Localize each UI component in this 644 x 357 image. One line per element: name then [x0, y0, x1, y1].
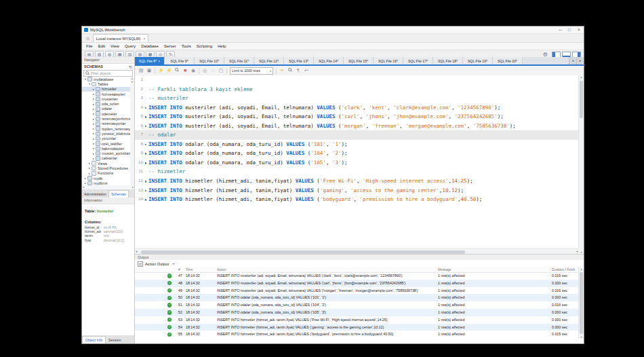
- sql-file-tab[interactable]: SQL File 18*: [433, 57, 463, 64]
- sql-file-tab[interactable]: SQL File 13*: [284, 57, 314, 64]
- tab-scroll-right-icon[interactable]: ▸: [576, 57, 584, 64]
- sql-file-tab[interactable]: SQL File 19*: [463, 57, 493, 64]
- output-vertical-scrollbar[interactable]: ▴▾: [578, 267, 584, 339]
- tree-item-hizmettalepleri[interactable]: ▸hizmettalepleri: [82, 92, 130, 96]
- tree-item-mydatabase[interactable]: ▾mydatabase: [82, 77, 130, 81]
- sql-file-tab[interactable]: SQL File 10*: [195, 57, 224, 64]
- toggle-stop-on-error-icon[interactable]: ◉: [190, 67, 197, 74]
- menu-help[interactable]: Help: [215, 44, 228, 48]
- code-line[interactable]: 10INSERT INTO odalar (oda_numara, oda_tu…: [135, 158, 579, 168]
- menu-query[interactable]: Query: [122, 44, 138, 48]
- tab-object-info[interactable]: Object Info: [82, 336, 106, 343]
- menu-server[interactable]: Server: [161, 44, 179, 48]
- code-editor[interactable]: 12-- Farklı tablolara 3 kayıt ekleme3-- …: [135, 75, 579, 248]
- menu-edit[interactable]: Edit: [96, 44, 108, 48]
- schemas-section-header[interactable]: SCHEMAS ↻: [82, 63, 134, 70]
- explain-icon[interactable]: [174, 67, 180, 74]
- code-line[interactable]: 2-- Farklı tablolara 3 kayıt ekleme: [135, 85, 579, 94]
- tree-item-toplam_rezervasyon[interactable]: ▸toplam_rezervasyon: [82, 126, 130, 131]
- output-row[interactable]: ✓5318:14:32INSERT INTO hizmetler (hizmet…: [135, 316, 579, 324]
- code-line[interactable]: 14INSERT INTO hizmetler (hizmet_adi, tan…: [135, 195, 579, 204]
- tree-item-views[interactable]: ▸Views: [82, 161, 130, 166]
- invisibles-icon[interactable]: ¶: [295, 67, 302, 74]
- output-row[interactable]: ✓5518:14:32INSERT INTO hizmetler (hizmet…: [135, 331, 579, 338]
- tree-item-odalar[interactable]: ▸odalar: [82, 107, 130, 111]
- output-row[interactable]: ✓5218:14:32INSERT INTO odalar (oda_numar…: [135, 309, 579, 316]
- tree-item-rezervasyonlar[interactable]: ▸rezervasyonlar: [82, 121, 130, 126]
- code-line[interactable]: 8INSERT INTO odalar (oda_numara, oda_tur…: [135, 140, 579, 149]
- sql-file-tab[interactable]: SQL File 14*: [314, 57, 344, 64]
- code-line[interactable]: 7-- odalar: [135, 130, 579, 140]
- output-row[interactable]: ✓5118:14:32INSERT INTO odalar (oda_numar…: [135, 301, 579, 309]
- menu-file[interactable]: File: [83, 44, 96, 48]
- home-icon[interactable]: ⌂: [86, 35, 89, 42]
- sql-file-tab[interactable]: SQL File 12*: [254, 57, 284, 64]
- sql-file-tab[interactable]: SQL File 16*: [374, 57, 403, 64]
- output-row[interactable]: ✓4718:14:32INSERT INTO musteriler (adi, …: [135, 272, 579, 280]
- menu-view[interactable]: View: [108, 44, 122, 48]
- close-icon[interactable]: ×: [574, 26, 584, 33]
- tab-scroll-left-icon[interactable]: ◂: [569, 57, 576, 64]
- menu-tools[interactable]: Tools: [179, 44, 194, 48]
- tree-item-ozel_teklifler[interactable]: ▸ozel_teklifler: [82, 141, 130, 146]
- code-line[interactable]: 5INSERT INTO musteriler (adi, soyadi, Em…: [135, 112, 579, 121]
- maximize-icon[interactable]: □: [565, 26, 574, 33]
- tree-item-oda_turleri[interactable]: ▸oda_turleri: [82, 101, 130, 106]
- tab-administration[interactable]: Administration: [82, 191, 108, 198]
- limit-rows-dropdown[interactable]: Limit to 1000 rows▾: [230, 67, 273, 75]
- minimize-icon[interactable]: –: [555, 26, 565, 33]
- menu-database[interactable]: Database: [138, 44, 161, 48]
- code-line[interactable]: 4INSERT INTO musteriler (adi, soyadi, Em…: [135, 103, 579, 113]
- tree-item-rezervasyonhizmetleri[interactable]: ▸rezervasyonhizmetleri: [82, 116, 130, 121]
- output-row[interactable]: ✓5018:14:32INSERT INTO odalar (oda_numar…: [135, 294, 579, 301]
- wrap-text-icon[interactable]: ↩: [303, 67, 310, 74]
- output-row[interactable]: ✓4818:14:32INSERT INTO musteriler (adi, …: [135, 280, 579, 287]
- sql-file-tab[interactable]: SQL File 17*: [403, 57, 433, 64]
- menu-scripting[interactable]: Scripting: [194, 44, 215, 48]
- tree-item-mydbms[interactable]: ▸mydbms: [82, 181, 130, 185]
- code-line[interactable]: 12INSERT INTO hizmetler (hizmet_adi, tan…: [135, 176, 579, 186]
- refresh-schemas-icon[interactable]: ↻: [129, 64, 132, 69]
- find-icon[interactable]: [287, 67, 294, 74]
- connection-tab[interactable]: Local instance MYSQL80 ×: [93, 34, 149, 42]
- tree-item-mydb[interactable]: ▸mydb: [82, 176, 130, 181]
- tree-item-tables[interactable]: ▾Tables: [82, 81, 130, 86]
- autocommit-icon[interactable]: ▢: [218, 67, 224, 74]
- filter-objects-input[interactable]: Filter objects: [83, 70, 133, 77]
- tree-item-hizmetler[interactable]: ▸hizmetler: [82, 87, 130, 92]
- tab-close-icon[interactable]: ×: [158, 59, 160, 63]
- beautify-icon[interactable]: ✑: [279, 67, 285, 74]
- rollback-icon[interactable]: ◌: [209, 67, 216, 74]
- sql-file-tab[interactable]: SQL File 11*: [224, 57, 254, 64]
- connection-tab-close-icon[interactable]: ×: [143, 37, 145, 41]
- open-script-icon[interactable]: ▨: [138, 67, 144, 74]
- tree-item-yorumlar[interactable]: ▸yorumlar: [82, 136, 130, 141]
- sql-file-tab[interactable]: SQL File 9*: [165, 57, 195, 64]
- tree-item-calisanlar[interactable]: ▸calisanlar: [82, 156, 130, 161]
- sql-file-tab[interactable]: SQL File 15*: [344, 57, 374, 64]
- code-line[interactable]: 9INSERT INTO odalar (oda_numara, oda_tur…: [135, 149, 579, 158]
- output-row[interactable]: ✓5418:14:32INSERT INTO hizmetler (hizmet…: [135, 324, 579, 331]
- tree-item-yonetici_bildirimler[interactable]: ▸yonetici_bildirimler: [82, 131, 130, 136]
- tree-item-musteriler[interactable]: ▸musteriler: [82, 96, 130, 101]
- tab-session[interactable]: Session: [106, 337, 123, 343]
- code-line[interactable]: 13INSERT INTO hizmetler (hizmet_adi, tan…: [135, 186, 579, 195]
- sql-file-tab[interactable]: SQL File 20*: [493, 57, 523, 64]
- tree-item-bakimtalepleri[interactable]: ▸bakimtalepleri: [82, 146, 130, 151]
- tree-item-stored procedures[interactable]: ▸Stored Procedures: [82, 166, 130, 170]
- sql-file-tab[interactable]: SQL File 8*×: [135, 57, 165, 64]
- code-line[interactable]: 3-- musteriler: [135, 94, 579, 103]
- code-line[interactable]: 6INSERT INTO musteriler (adi, soyadi, Em…: [135, 121, 579, 131]
- save-script-icon[interactable]: ▣: [146, 67, 153, 74]
- code-line[interactable]: 11-- hizmetler: [135, 167, 579, 176]
- tree-vertical-scrollbar[interactable]: ▴▾: [130, 77, 134, 185]
- tab-schemas[interactable]: Schemas: [108, 190, 129, 198]
- tree-item-odemeler[interactable]: ▸odemeler: [82, 111, 130, 116]
- editor-vertical-scrollbar[interactable]: ▴▾: [578, 75, 584, 254]
- execute-icon[interactable]: ⚡: [157, 67, 164, 74]
- execute-current-icon[interactable]: ⚡: [165, 67, 172, 74]
- stop-icon[interactable]: ■: [182, 67, 188, 74]
- output-row[interactable]: ✓4918:14:32INSERT INTO musteriler (adi, …: [135, 287, 579, 295]
- commit-icon[interactable]: ◎: [201, 67, 208, 74]
- code-line[interactable]: 1: [135, 75, 579, 85]
